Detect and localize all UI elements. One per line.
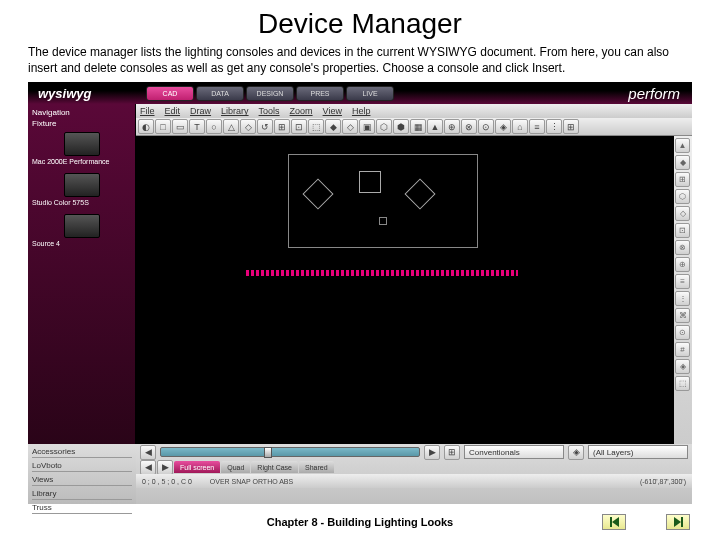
fixture-icon — [64, 214, 100, 238]
layer2-icon[interactable]: ◈ — [568, 445, 584, 460]
right-btn-10[interactable]: ⌘ — [675, 308, 690, 323]
app-logo: wysiwyg — [28, 86, 136, 101]
fixture-item[interactable]: Source 4 — [32, 214, 131, 247]
right-btn-3[interactable]: ⬡ — [675, 189, 690, 204]
right-btn-7[interactable]: ⊕ — [675, 257, 690, 272]
toolbar-btn-21[interactable]: ◈ — [495, 119, 511, 134]
fixture-item[interactable]: Studio Color 575S — [32, 173, 131, 206]
fixture-shape[interactable] — [302, 179, 333, 210]
toolbar-btn-1[interactable]: □ — [155, 119, 171, 134]
toolbar-btn-16[interactable]: ▦ — [410, 119, 426, 134]
fixture-shape[interactable] — [404, 179, 435, 210]
right-btn-1[interactable]: ◆ — [675, 155, 690, 170]
toolbar-btn-9[interactable]: ⊡ — [291, 119, 307, 134]
toolbar-btn-2[interactable]: ▭ — [172, 119, 188, 134]
toolbar-btn-24[interactable]: ⋮ — [546, 119, 562, 134]
toolbar-btn-5[interactable]: △ — [223, 119, 239, 134]
toolbar-btn-18[interactable]: ⊕ — [444, 119, 460, 134]
side-accessories[interactable]: Accessories — [32, 446, 132, 458]
right-btn-4[interactable]: ◇ — [675, 206, 690, 221]
vt-prev-icon[interactable]: ◀ — [140, 460, 156, 475]
menu-draw[interactable]: Draw — [190, 106, 211, 116]
vt-next-icon[interactable]: ▶ — [157, 460, 173, 475]
toolbar-btn-10[interactable]: ⬚ — [308, 119, 324, 134]
menu-edit[interactable]: Edit — [165, 106, 181, 116]
right-btn-2[interactable]: ⊞ — [675, 172, 690, 187]
right-btn-12[interactable]: # — [675, 342, 690, 357]
right-btn-0[interactable]: ▲ — [675, 138, 690, 153]
menu-help[interactable]: Help — [352, 106, 371, 116]
vtab-shared[interactable]: Shared — [299, 461, 334, 473]
toolbar-btn-17[interactable]: ▲ — [427, 119, 443, 134]
slider-thumb[interactable] — [264, 447, 272, 458]
right-toolbar: ▲◆⊞⬡◇⊡⊗⊕≡⋮⌘⊙#◈⬚ — [674, 136, 692, 444]
side-lovboto[interactable]: LoVboto — [32, 460, 132, 472]
toolbar-btn-4[interactable]: ○ — [206, 119, 222, 134]
vtab-quad[interactable]: Quad — [221, 461, 250, 473]
toolbar-btn-6[interactable]: ◇ — [240, 119, 256, 134]
nav-header: Navigation — [32, 108, 131, 117]
right-btn-14[interactable]: ⬚ — [675, 376, 690, 391]
toolbar-btn-23[interactable]: ≡ — [529, 119, 545, 134]
toolbar-btn-20[interactable]: ⊙ — [478, 119, 494, 134]
tab-live[interactable]: LIVE — [346, 86, 394, 101]
toolbar-btn-22[interactable]: ⌂ — [512, 119, 528, 134]
toolbar-btn-15[interactable]: ⬢ — [393, 119, 409, 134]
menu-file[interactable]: File — [140, 106, 155, 116]
prev-button[interactable] — [602, 514, 626, 530]
menu-view[interactable]: View — [323, 106, 342, 116]
tab-cad[interactable]: CAD — [146, 86, 194, 101]
side-truss[interactable]: Truss — [32, 502, 132, 514]
right-btn-6[interactable]: ⊗ — [675, 240, 690, 255]
toolbar-btn-0[interactable]: ◐ — [138, 119, 154, 134]
dropdown-layers[interactable]: (All Layers) — [588, 445, 688, 459]
tab-design[interactable]: DESIGN — [246, 86, 294, 101]
side-library[interactable]: Library — [32, 488, 132, 500]
slider-dec-icon[interactable]: ◀ — [140, 445, 156, 460]
toolbar-btn-7[interactable]: ↺ — [257, 119, 273, 134]
fixture-item[interactable]: Mac 2000E Performance — [32, 132, 131, 165]
toolbar-btn-19[interactable]: ⊗ — [461, 119, 477, 134]
vtab-rightcase[interactable]: Right Case — [251, 461, 298, 473]
side-views[interactable]: Views — [32, 474, 132, 486]
right-btn-5[interactable]: ⊡ — [675, 223, 690, 238]
mode-tabs: CAD DATA DESIGN PRES LIVE — [146, 86, 394, 101]
toolbar-btn-3[interactable]: T — [189, 119, 205, 134]
layer-icon[interactable]: ⊞ — [444, 445, 460, 460]
toolbar-btn-14[interactable]: ⬡ — [376, 119, 392, 134]
app-topbar: wysiwyg CAD DATA DESIGN PRES LIVE perfor… — [28, 82, 692, 104]
sidebar-bottom: Accessories LoVboto Views Library Truss — [28, 444, 136, 504]
next-button[interactable] — [666, 514, 690, 530]
toolbar-btn-12[interactable]: ◇ — [342, 119, 358, 134]
canvas[interactable] — [136, 136, 674, 444]
slider[interactable] — [160, 447, 420, 457]
menu-zoom[interactable]: Zoom — [290, 106, 313, 116]
toolbar-btn-13[interactable]: ▣ — [359, 119, 375, 134]
dropdown-conventionals[interactable]: Conventionals — [464, 445, 564, 459]
fixture-icon — [64, 132, 100, 156]
menubar: File Edit Draw Library Tools Zoom View H… — [136, 104, 692, 118]
menu-tools[interactable]: Tools — [259, 106, 280, 116]
right-btn-11[interactable]: ⊙ — [675, 325, 690, 340]
right-btn-9[interactable]: ⋮ — [675, 291, 690, 306]
tab-data[interactable]: DATA — [196, 86, 244, 101]
toolbar-btn-8[interactable]: ⊞ — [274, 119, 290, 134]
wysiwyg-app: wysiwyg CAD DATA DESIGN PRES LIVE perfor… — [28, 82, 692, 468]
tab-pres[interactable]: PRES — [296, 86, 344, 101]
toolbar-btn-25[interactable]: ⊞ — [563, 119, 579, 134]
vtab-fullscreen[interactable]: Full screen — [174, 461, 220, 473]
right-btn-8[interactable]: ≡ — [675, 274, 690, 289]
main-area: File Edit Draw Library Tools Zoom View H… — [136, 104, 692, 444]
menu-library[interactable]: Library — [221, 106, 249, 116]
description: The device manager lists the lighting co… — [28, 44, 692, 76]
fixture-shape[interactable] — [359, 171, 381, 193]
toolbar-btn-11[interactable]: ◆ — [325, 119, 341, 134]
view-tabs: ◀ ▶ Full screen Quad Right Case Shared — [136, 460, 692, 474]
status-coord: 0 ; 0 , 5 ; 0 , C 0 — [142, 478, 192, 485]
slider-inc-icon[interactable]: ▶ — [424, 445, 440, 460]
fixture-header: Fixture — [32, 119, 131, 128]
right-btn-13[interactable]: ◈ — [675, 359, 690, 374]
status-modes: OVER SNAP ORTHO ABS — [210, 478, 293, 485]
stage-outline — [288, 154, 478, 248]
truss-bar[interactable] — [246, 270, 518, 276]
